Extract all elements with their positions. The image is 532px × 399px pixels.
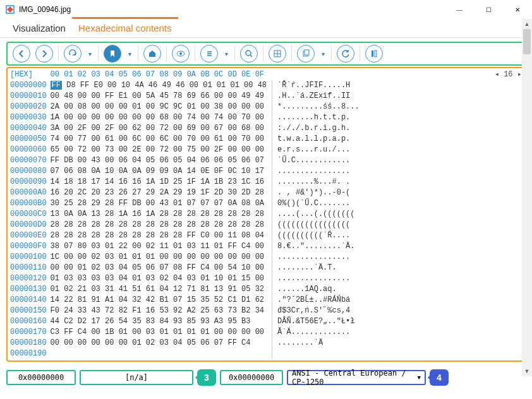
hex-bytes-row[interactable]: 74 00 77 00 61 00 6C 00 6C 00 70 00 61 0… — [51, 134, 267, 145]
hex-offset: 00000030 — [10, 112, 47, 123]
copy-menu-caret[interactable]: ▾ — [320, 51, 326, 57]
hex-bytes-row[interactable]: 28 28 28 28 28 28 28 28 28 28 28 28 28 2… — [51, 220, 267, 230]
hex-ascii-row[interactable]: 8.€.."........˙Ä. — [277, 241, 360, 252]
tab-hexadecimal[interactable]: Hexadecimal contents — [72, 17, 178, 37]
scroll-down-icon[interactable]: ▼ — [522, 366, 532, 376]
svg-rect-7 — [305, 50, 309, 55]
status-offset-2: 0x00000000 — [220, 370, 283, 385]
copy-button[interactable] — [297, 45, 315, 63]
hex-offset: 00000110 — [10, 263, 47, 273]
hex-ascii-row[interactable]: ........˙Ä — [277, 338, 360, 348]
window-title: IMG_00946.jpg — [19, 5, 445, 14]
hex-offset: 00000120 — [10, 273, 47, 284]
window-minimize-button[interactable]: — — [445, 0, 474, 19]
hex-ascii-row[interactable]: đ$3Cr,ń.S'˝%cs,4 — [277, 306, 360, 316]
hex-bytes-row[interactable]: 44 C2 D2 17 26 54 35 83 84 93 85 93 A3 9… — [51, 316, 267, 327]
hex-ascii-row[interactable]: . , #&')*)..-0-( — [277, 188, 360, 198]
vertical-scrollbar[interactable]: ▲ ▼ — [522, 19, 532, 376]
hex-ascii-row[interactable]: ((((((((((˙Ŕ.... — [277, 230, 360, 241]
columns-button[interactable] — [365, 45, 383, 63]
hex-bytes-row[interactable]: 38 07 80 03 01 22 00 02 11 01 03 11 01 F… — [51, 241, 267, 252]
hex-bytes-row[interactable]: FF DB 00 43 00 06 04 05 06 05 04 06 06 0… — [51, 155, 267, 166]
grid-button[interactable] — [269, 45, 286, 63]
hex-bytes-row[interactable]: 00 48 00 00 FF E1 00 5A 45 78 69 66 00 0… — [51, 91, 267, 102]
hex-bytes-row[interactable]: 01 02 21 03 31 41 51 61 04 12 71 81 13 9… — [51, 284, 267, 295]
hex-bytes-row[interactable]: 30 25 28 29 28 FF DB 00 43 01 07 07 07 0… — [51, 198, 267, 209]
hex-ascii-row[interactable]: ."?ˇ2BĹ±..#RÁŃbá — [277, 295, 360, 306]
search-button[interactable] — [240, 45, 258, 63]
hex-byte-selected[interactable]: FF — [51, 81, 62, 90]
hex-ascii-row[interactable]: .H..˙á.ZExif..II — [277, 91, 360, 102]
redo-button[interactable] — [64, 45, 82, 63]
hex-offset: 000000E0 — [10, 230, 47, 241]
hex-ascii-row[interactable]: ˙Ű.C............ — [277, 155, 360, 166]
hex-bytes-row[interactable]: 01 03 03 03 03 04 01 03 02 04 03 01 10 0… — [51, 273, 267, 284]
hex-ascii-row[interactable]: ......1AQ.aq. — [277, 284, 360, 295]
hex-bytes-row[interactable]: C3 FF C4 00 1B 01 00 03 01 01 01 01 00 0… — [51, 327, 267, 338]
list-button[interactable] — [200, 45, 218, 63]
hex-ascii-row[interactable]: ................ — [277, 252, 360, 263]
hex-ascii-row[interactable]: t.w.a.l.l.p.a.p. — [277, 134, 360, 145]
hex-bytes-row[interactable]: FF D8 FF E0 00 10 4A 46 49 46 00 01 01 0… — [51, 80, 267, 91]
nav-back-button[interactable] — [13, 45, 30, 63]
redo-menu-caret[interactable]: ▾ — [87, 51, 93, 57]
hex-bytes-row[interactable]: 65 00 72 00 73 00 2E 00 72 00 75 00 2F 0… — [51, 145, 267, 155]
hex-bytes-row[interactable]: 00 00 00 00 00 00 01 02 03 04 05 06 07 F… — [51, 338, 267, 348]
scroll-up-icon[interactable]: ▲ — [522, 19, 532, 29]
status-encoding-dropdown[interactable]: ANSI - Central European / CP-1250 ▼ — [287, 370, 426, 385]
hex-ascii-row[interactable]: *.........śś..8... — [277, 102, 360, 112]
hex-ascii-row[interactable]: ................ — [277, 166, 360, 177]
view-eye-button[interactable] — [172, 45, 190, 63]
hex-offset: 00000070 — [10, 155, 47, 166]
list-menu-caret[interactable]: ▾ — [223, 51, 229, 57]
hex-ascii-row[interactable]: e.r.s...r.u./... — [277, 145, 360, 155]
hex-bytes-row[interactable] — [51, 348, 267, 359]
hex-offset: 00000040 — [10, 123, 47, 134]
hex-ascii-row[interactable]: Ă˙Ä............. — [277, 327, 360, 338]
bookmark-button[interactable] — [104, 45, 121, 63]
hex-ascii-row[interactable]: ˙Ř˙ŕ..JFIF.....H — [277, 80, 360, 91]
hex-ascii-row[interactable]: ........˙Ä.T. — [277, 263, 360, 273]
hex-ascii-row[interactable]: ....(...(.((((((( — [277, 209, 360, 220]
hex-offset: 00000050 — [10, 134, 47, 145]
tag-button[interactable] — [143, 45, 161, 63]
hex-ascii-row[interactable]: ........h.t.t.p. — [277, 112, 360, 123]
app-icon — [5, 4, 15, 15]
nav-forward-button[interactable] — [35, 45, 53, 63]
hex-bytes-row[interactable]: 13 0A 0A 13 28 1A 16 1A 28 28 28 28 28 2… — [51, 209, 267, 220]
tab-visualization[interactable]: Visualization — [6, 19, 72, 37]
status-offset-1: 0x00000000 — [6, 370, 76, 385]
window-maximize-button[interactable]: ☐ — [474, 0, 503, 19]
toolbar: ▾ ▾ ▾ ▾ — [6, 42, 526, 66]
hex-offset: 00000140 — [10, 295, 47, 306]
hex-header-label: [HEX] — [10, 69, 47, 80]
hex-ascii-row[interactable]: 0%()(˙Ű.C....... — [277, 198, 360, 209]
hex-ascii-row[interactable]: :././.b.r.i.g.h. — [277, 123, 360, 134]
hex-bytes-row[interactable]: F0 24 33 43 72 82 F1 16 53 92 A2 25 63 7… — [51, 306, 267, 316]
hex-bytes-row[interactable]: 3A 00 2F 00 2F 00 62 00 72 00 69 00 67 0… — [51, 123, 267, 134]
scroll-thumb[interactable] — [523, 29, 531, 54]
hex-ascii-row[interactable]: (((((((((((((((( — [277, 220, 360, 230]
hex-offset: 00000080 — [10, 166, 47, 177]
hex-bytes-row[interactable]: 16 20 2C 20 23 26 27 29 2A 29 19 1F 2D 3… — [51, 188, 267, 198]
hex-offset: 00000190 — [10, 348, 47, 359]
svg-rect-8 — [372, 51, 373, 57]
window-close-button[interactable]: ✕ — [503, 0, 532, 19]
hex-bytes-row[interactable]: 14 18 18 17 14 16 16 1A 1D 25 1F 1A 1B 2… — [51, 177, 267, 188]
hex-bytes-row[interactable]: 1A 00 00 00 00 00 00 00 68 00 74 00 74 0… — [51, 112, 267, 123]
hex-bytes-row[interactable]: 2A 00 08 00 00 00 01 00 9C 9C 01 00 38 0… — [51, 102, 267, 112]
hex-pager[interactable]: ◂ 16 ▸ — [495, 69, 522, 80]
hex-bytes-row[interactable]: 1C 00 00 02 03 01 01 01 00 00 00 00 00 0… — [51, 252, 267, 263]
bookmark-menu-caret[interactable]: ▾ — [126, 51, 133, 57]
hex-offset: 00000130 — [10, 284, 47, 295]
hex-bytes-row[interactable]: 14 22 81 91 A1 04 32 42 B1 07 15 35 52 C… — [51, 295, 267, 306]
hex-bytes-row[interactable]: 00 00 01 02 03 04 05 06 07 08 FF C4 00 5… — [51, 263, 267, 273]
hex-offset: 00000170 — [10, 327, 47, 338]
hex-ascii-row[interactable]: ................ — [277, 273, 360, 284]
hex-offset: 00000150 — [10, 306, 47, 316]
hex-bytes-row[interactable]: 07 06 08 0A 10 0A 0A 09 09 0A 14 0E 0F 0… — [51, 166, 267, 177]
hex-ascii-row[interactable]: DÂŇ.&T56E?„.."Ł•ł — [277, 316, 360, 327]
hex-bytes-row[interactable]: 28 28 28 28 28 28 28 28 28 28 FF C0 00 1… — [51, 230, 267, 241]
hex-ascii-row[interactable]: ........%...#. . — [277, 177, 360, 188]
refresh-button[interactable] — [337, 45, 354, 63]
